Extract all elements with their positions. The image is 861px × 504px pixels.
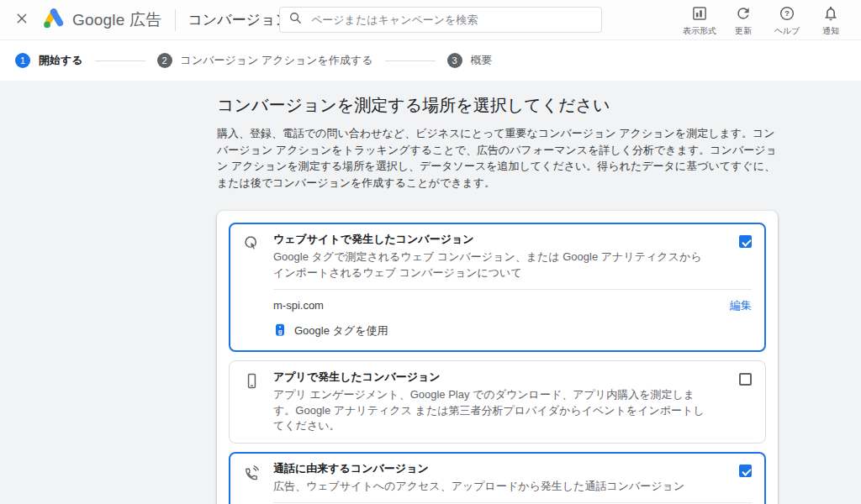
option-divider <box>273 289 752 290</box>
app-header: Google 広告 コンバージョン 表示形式 更新 ? ヘルプ <box>0 0 861 40</box>
step-2[interactable]: 2 コンバージョン アクションを作成する <box>157 53 373 68</box>
step-connector <box>385 60 436 61</box>
google-ads-logo-icon <box>42 8 66 33</box>
step-2-label: コンバージョン アクションを作成する <box>181 53 373 68</box>
app-conversions-checkbox[interactable] <box>739 373 752 386</box>
option-title: ウェブサイトで発生したコンバージョン <box>273 232 707 247</box>
intro-text: 購入、登録、電話での問い合わせなど、ビジネスにとって重要なコンバージョン アクシ… <box>217 125 778 191</box>
option-description: 広告、ウェブサイトへのアクセス、アップロードから発生した通話コンバージョン <box>273 479 707 495</box>
close-button[interactable] <box>12 8 32 31</box>
option-title: アプリで発生したコンバージョン <box>273 370 707 385</box>
refresh-button[interactable]: 更新 <box>721 2 765 39</box>
option-description: Google タグで測定されるウェブ コンバージョン、または Google アナ… <box>273 249 707 281</box>
step-3[interactable]: 3 概要 <box>447 53 493 68</box>
edit-link[interactable]: 編集 <box>730 298 752 313</box>
search-box[interactable] <box>279 7 602 33</box>
google-ads-logo[interactable]: Google 広告 <box>42 8 161 33</box>
web-conversion-icon <box>243 232 263 281</box>
step-1-label: 開始する <box>39 53 83 68</box>
option-title: 通話に由来するコンバージョン <box>273 461 707 476</box>
option-call-conversions[interactable]: 通話に由来するコンバージョン 広告、ウェブサイトへのアクセス、アップロードから発… <box>229 452 766 504</box>
call-conversions-checkbox[interactable] <box>739 465 752 477</box>
notifications-label: 通知 <box>822 25 839 37</box>
close-icon <box>15 12 29 28</box>
option-divider <box>273 502 752 503</box>
refresh-label: 更新 <box>735 25 752 37</box>
step-1-number: 1 <box>15 53 30 68</box>
step-3-label: 概要 <box>471 53 493 68</box>
svg-text:g: g <box>278 328 283 335</box>
chart-icon <box>691 5 708 24</box>
display-format-label: 表示形式 <box>683 25 716 37</box>
notifications-button[interactable]: 通知 <box>809 2 853 39</box>
help-icon: ? <box>779 5 795 24</box>
header-divider <box>175 9 176 31</box>
svg-text:?: ? <box>784 9 790 18</box>
step-1[interactable]: 1 開始する <box>15 53 83 68</box>
step-connector <box>95 60 145 61</box>
brand-text: Google 広告 <box>72 9 161 31</box>
google-tag-icon: g <box>273 323 287 340</box>
google-tag-label: Google タグを使用 <box>294 323 388 339</box>
help-button[interactable]: ? ヘルプ <box>765 2 809 39</box>
website-conversions-checkbox[interactable] <box>739 235 752 248</box>
search-icon <box>288 11 303 29</box>
bell-icon <box>822 5 839 24</box>
conversion-options-card: ウェブサイトで発生したコンバージョン Google タグで測定されるウェブ コン… <box>217 211 778 504</box>
wizard-stepper: 1 開始する 2 コンバージョン アクションを作成する 3 概要 <box>0 40 861 81</box>
help-label: ヘルプ <box>774 25 800 37</box>
step-3-number: 3 <box>447 53 462 68</box>
option-website-conversions[interactable]: ウェブサイトで発生したコンバージョン Google タグで測定されるウェブ コン… <box>229 223 766 352</box>
display-format-button[interactable]: 表示形式 <box>678 2 721 39</box>
search-input[interactable] <box>309 13 593 27</box>
page-title: コンバージョン <box>188 10 289 29</box>
page-heading: コンバージョンを測定する場所を選択してください <box>217 94 778 117</box>
refresh-icon <box>735 5 752 24</box>
phone-call-icon <box>243 461 263 495</box>
mobile-icon <box>243 370 263 435</box>
option-description: アプリ エンゲージメント、Google Play でのダウンロード、アプリ内購入… <box>273 387 707 435</box>
step-2-number: 2 <box>157 53 172 68</box>
main-area: コンバージョンを測定する場所を選択してください 購入、登録、電話での問い合わせな… <box>0 81 861 504</box>
option-app-conversions[interactable]: アプリで発生したコンバージョン アプリ エンゲージメント、Google Play… <box>229 360 766 444</box>
website-domain: m-spi.com <box>273 299 324 312</box>
